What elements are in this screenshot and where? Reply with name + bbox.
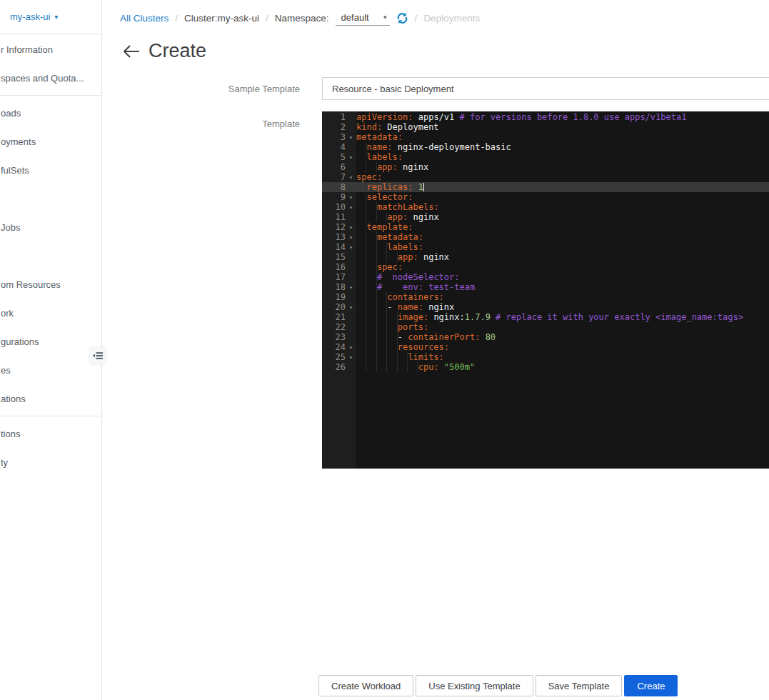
collapse-sidebar-icon [93,351,103,360]
back-arrow-icon [122,44,140,59]
fold-toggle-icon[interactable]: ▾ [346,282,356,292]
sidebar-item[interactable]: spaces and Quota... [0,64,101,92]
line-number: 9 [322,192,346,202]
editor-line[interactable]: 25▾ limits: [322,352,769,362]
namespace-select[interactable]: default ▾ [336,11,390,26]
yaml-editor-lines: 1apiVersion: apps/v1 # for versions befo… [322,111,769,372]
fold-toggle-icon[interactable]: ▾ [346,342,356,352]
editor-line[interactable]: 17 # nodeSelector: [322,272,769,282]
sample-template-select[interactable]: Resource - basic Deployment [322,77,769,100]
editor-line[interactable]: 16 spec: [322,262,769,272]
save-template-button[interactable]: Save Template [536,675,623,696]
line-number: 5 [322,152,346,162]
editor-line[interactable]: 14▾ labels: [322,242,769,252]
yaml-editor[interactable]: 1apiVersion: apps/v1 # for versions befo… [322,111,769,469]
editor-line[interactable]: 4 name: nginx-deployment-basic [322,142,769,152]
fold-toggle-icon[interactable]: ▾ [346,192,356,202]
line-number: 4 [322,142,346,152]
sidebar-item [0,241,101,270]
editor-line[interactable]: 10▾ matchLabels: [322,202,769,212]
fold-gutter [346,252,356,262]
sidebar-item[interactable]: oyments [0,127,101,156]
namespace-label: Namespace: [275,13,329,24]
editor-line[interactable]: 12▾ template: [322,222,769,232]
sidebar-item[interactable]: es [0,356,101,384]
code-text: - name: nginx [356,302,454,312]
editor-line[interactable]: 3▾metadata: [322,132,769,142]
sidebar-item[interactable]: om Resources [0,270,101,299]
editor-line[interactable]: 15 app: nginx [322,252,769,262]
editor-line[interactable]: 24▾ resources: [322,342,769,352]
sidebar-nav: r Informationspaces and Quota...oadsoyme… [0,35,101,476]
editor-line[interactable]: 20▾ - name: nginx [322,302,769,312]
code-text: image: nginx:1.7.9 # replace it with you… [356,312,743,322]
editor-line[interactable]: 26 cpu: "500m" [322,362,769,372]
editor-line[interactable]: 23 - containerPort: 80 [322,332,769,342]
editor-line[interactable]: 7▾spec: [322,172,769,182]
editor-line[interactable]: 1apiVersion: apps/v1 # for versions befo… [322,112,769,122]
code-text: # env: test-team [356,282,475,292]
fold-toggle-icon[interactable]: ▾ [346,232,356,242]
fold-toggle-icon[interactable]: ▾ [346,152,356,162]
sidebar-item[interactable]: Jobs [0,213,101,241]
breadcrumb: All Clusters / Cluster:my-ask-ui / Names… [120,9,486,27]
fold-toggle-icon[interactable]: ▾ [346,352,356,362]
breadcrumb-separator: / [175,13,178,24]
sample-template-value: Resource - basic Deployment [332,84,454,94]
sidebar-item[interactable]: fulSets [0,156,101,184]
line-number: 3 [322,132,346,142]
line-number: 12 [322,222,346,232]
code-text: labels: [356,152,403,162]
use-existing-template-button[interactable]: Use Existing Template [416,675,533,696]
cluster-switcher[interactable]: my-ask-ui ▾ [0,0,101,34]
breadcrumb-separator: / [266,13,268,24]
fold-toggle-icon[interactable]: ▾ [346,202,356,212]
create-workload-button[interactable]: Create Workload [318,675,413,696]
editor-line[interactable]: 19 containers: [322,292,769,302]
code-text: apiVersion: apps/v1 # for versions befor… [356,112,686,122]
code-text: selector: [356,192,413,202]
sidebar-item[interactable]: gurations [0,327,101,356]
sidebar-item[interactable]: tions [0,419,101,448]
sidebar-item[interactable]: ork [0,299,101,327]
sidebar-item[interactable]: r Information [0,35,101,64]
editor-line[interactable]: 6 app: nginx [322,162,769,172]
fold-toggle-icon[interactable]: ▾ [346,242,356,252]
editor-line[interactable]: 13▾ metadata: [322,232,769,242]
editor-line[interactable]: 21 image: nginx:1.7.9 # replace it with … [322,312,769,322]
chevron-down-icon: ▾ [54,13,58,21]
code-text: limits: [356,352,444,362]
collapse-sidebar-button[interactable] [90,347,106,364]
fold-toggle-icon[interactable]: ▾ [346,132,356,142]
create-button[interactable]: Create [624,675,678,696]
sidebar-item[interactable]: ations [0,384,101,413]
back-button[interactable] [122,44,140,59]
sidebar-divider [0,416,101,416]
fold-gutter [346,262,356,272]
line-number: 8 [322,182,346,192]
code-text: # nodeSelector: [356,272,460,282]
editor-line[interactable]: 11 app: nginx [322,212,769,222]
fold-toggle-icon[interactable]: ▾ [346,222,356,232]
code-text: app: nginx [356,252,449,262]
sidebar-item[interactable]: oads [0,99,101,127]
editor-line[interactable]: 18▾ # env: test-team [322,282,769,292]
refresh-button[interactable] [396,12,408,24]
code-text: spec: [356,262,403,272]
line-number: 15 [322,252,346,262]
code-text: matchLabels: [356,202,439,212]
sidebar-item[interactable]: ty [0,448,101,476]
editor-line[interactable]: 2kind: Deployment [322,122,769,132]
fold-toggle-icon[interactable]: ▾ [346,172,356,182]
editor-line[interactable]: 8 replicas: 1 [322,182,769,192]
code-text: spec: [356,172,382,182]
fold-toggle-icon[interactable]: ▾ [346,302,356,312]
sidebar-item [0,184,101,213]
editor-line[interactable]: 9▾ selector: [322,192,769,202]
editor-line[interactable]: 22 ports: [322,322,769,332]
editor-line[interactable]: 5▾ labels: [322,152,769,162]
breadcrumb-all-clusters-link[interactable]: All Clusters [120,13,169,24]
main-content: All Clusters / Cluster:my-ask-ui / Names… [103,0,769,700]
cluster-switcher-label: my-ask-ui [10,11,50,22]
code-text: metadata: [356,232,423,242]
